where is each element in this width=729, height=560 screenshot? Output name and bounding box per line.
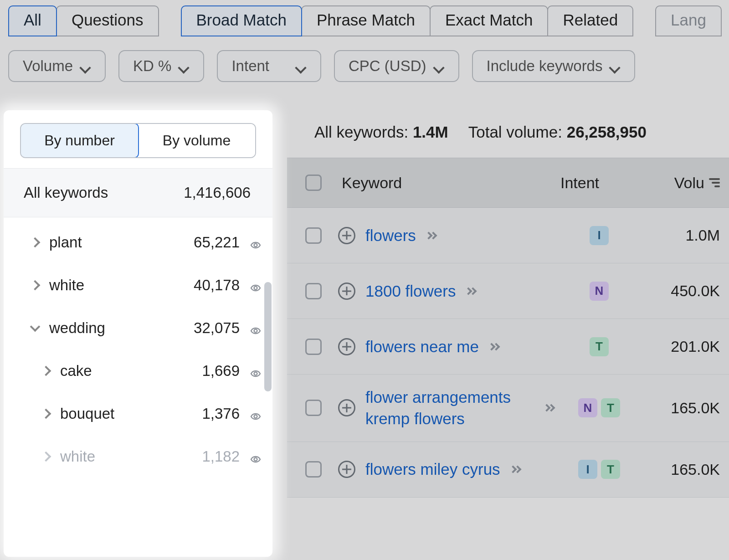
tree-term: cake: [60, 362, 202, 380]
add-icon[interactable]: [338, 461, 355, 478]
intent-cell: T: [560, 337, 638, 356]
tree-term: white: [60, 448, 202, 465]
tree-term: white: [49, 277, 194, 294]
table-row: flowers near meT201.0K: [287, 319, 729, 375]
col-volume-label: Volu: [674, 174, 704, 192]
chevron-down-icon: [81, 61, 91, 71]
seg-by-number[interactable]: By number: [20, 123, 139, 158]
row-checkbox[interactable]: [305, 461, 322, 478]
chevron-right-icon[interactable]: [28, 239, 42, 246]
tree-row-cake[interactable]: cake1,669: [4, 349, 272, 392]
eye-icon[interactable]: [248, 365, 263, 376]
select-all-checkbox[interactable]: [305, 175, 322, 191]
add-icon[interactable]: [338, 283, 355, 300]
tree-term: plant: [49, 234, 194, 251]
double-chevron-icon[interactable]: [544, 405, 554, 411]
seg-by-volume[interactable]: By volume: [138, 124, 255, 157]
eye-icon[interactable]: [248, 408, 263, 419]
keyword-cell: flowers miley cyrus: [322, 458, 560, 480]
keyword-link[interactable]: flowers miley cyrus: [365, 458, 500, 480]
all-keywords-row[interactable]: All keywords 1,416,606: [4, 168, 272, 217]
chevron-right-icon[interactable]: [28, 282, 42, 289]
intent-badge-t: T: [601, 460, 620, 479]
row-checkbox[interactable]: [305, 400, 322, 416]
eye-icon[interactable]: [248, 237, 263, 248]
filter-kd[interactable]: KD %: [118, 50, 204, 82]
filter-volume[interactable]: Volume: [8, 50, 106, 82]
double-chevron-icon[interactable]: [466, 288, 476, 294]
tab-phrase-match[interactable]: Phrase Match: [301, 5, 431, 36]
add-icon[interactable]: [338, 227, 355, 244]
keyword-groups-panel: By number By volume All keywords 1,416,6…: [4, 110, 272, 557]
double-chevron-icon[interactable]: [510, 467, 520, 472]
table-row: flowers miley cyrusIT165.0K: [287, 442, 729, 498]
chevron-right-icon[interactable]: [39, 367, 53, 375]
volume-cell: 165.0K: [638, 399, 729, 417]
intent-cell: IT: [560, 460, 638, 479]
double-chevron-icon[interactable]: [489, 344, 499, 349]
col-intent-header[interactable]: Intent: [560, 174, 638, 192]
filter-volume-label: Volume: [23, 57, 73, 75]
chevron-right-icon[interactable]: [39, 453, 53, 460]
keyword-link[interactable]: 1800 flowers: [365, 280, 456, 302]
col-volume-header[interactable]: Volu: [638, 174, 729, 192]
intent-badge-t: T: [590, 337, 609, 356]
chevron-right-icon[interactable]: [39, 410, 53, 417]
filter-kd-label: KD %: [133, 57, 171, 75]
tree-term: bouquet: [60, 405, 202, 422]
keyword-cell: 1800 flowers: [322, 280, 560, 302]
tree-count: 1,669: [202, 362, 240, 380]
row-checkbox[interactable]: [305, 283, 322, 299]
filter-intent[interactable]: Intent: [217, 50, 321, 82]
filters-row: Volume KD % Intent CPC (USD) Include key…: [0, 36, 729, 96]
filter-cpc[interactable]: CPC (USD): [334, 50, 459, 82]
row-checkbox[interactable]: [305, 339, 322, 355]
keyword-tree: plant65,221white40,178wedding32,075cake1…: [4, 217, 272, 478]
scrollbar-thumb[interactable]: [264, 282, 272, 391]
all-keywords-label: All keywords: [24, 184, 108, 201]
intent-badge-i: I: [578, 460, 597, 479]
intent-badge-t: T: [601, 398, 620, 417]
tree-count: 1,182: [202, 448, 240, 465]
add-icon[interactable]: [338, 399, 355, 416]
chevron-down-icon[interactable]: [28, 323, 42, 333]
tab-broad-match[interactable]: Broad Match: [181, 5, 302, 36]
volume-cell: 201.0K: [638, 338, 729, 355]
tree-row-white[interactable]: white1,182: [4, 435, 272, 478]
eye-icon[interactable]: [248, 323, 263, 334]
sort-desc-icon: [709, 178, 720, 187]
tab-languages[interactable]: Lang: [655, 5, 722, 36]
tab-questions[interactable]: Questions: [56, 5, 159, 36]
double-chevron-icon[interactable]: [426, 233, 436, 238]
tree-count: 65,221: [194, 234, 240, 251]
tree-count: 1,376: [202, 405, 240, 422]
keyword-link[interactable]: flowers: [365, 225, 416, 246]
tree-row-white[interactable]: white40,178: [4, 264, 272, 307]
filter-cpc-label: CPC (USD): [349, 57, 426, 75]
filter-include-keywords[interactable]: Include keywords: [472, 50, 636, 82]
results-area: All keywords: 1.4M Total volume: 26,258,…: [287, 118, 729, 498]
keyword-cell: flowers near me: [322, 336, 560, 357]
row-checkbox[interactable]: [305, 227, 322, 244]
tab-exact-match[interactable]: Exact Match: [430, 5, 549, 36]
chevron-down-icon: [297, 61, 307, 71]
eye-icon[interactable]: [248, 451, 263, 462]
col-keyword-header[interactable]: Keyword: [342, 174, 560, 192]
keyword-link[interactable]: flowers near me: [365, 336, 479, 357]
eye-icon[interactable]: [248, 280, 263, 291]
table-header: Keyword Intent Volu: [287, 158, 729, 208]
add-icon[interactable]: [338, 338, 355, 355]
intent-badge-n: N: [578, 398, 597, 417]
summary-total-label: Total volume:: [468, 123, 562, 141]
intent-badge-n: N: [590, 282, 609, 301]
tree-row-wedding[interactable]: wedding32,075: [4, 307, 272, 349]
tab-related[interactable]: Related: [547, 5, 633, 36]
tree-row-plant[interactable]: plant65,221: [4, 221, 272, 264]
tab-all[interactable]: All: [8, 5, 57, 36]
intent-badge-i: I: [590, 226, 609, 245]
tree-row-bouquet[interactable]: bouquet1,376: [4, 392, 272, 435]
table-row: 1800 flowersN450.0K: [287, 263, 729, 319]
keyword-link[interactable]: flower arrangements kremp flowers: [365, 386, 534, 430]
intent-cell: NT: [560, 398, 638, 417]
all-keywords-count: 1,416,606: [184, 184, 251, 201]
